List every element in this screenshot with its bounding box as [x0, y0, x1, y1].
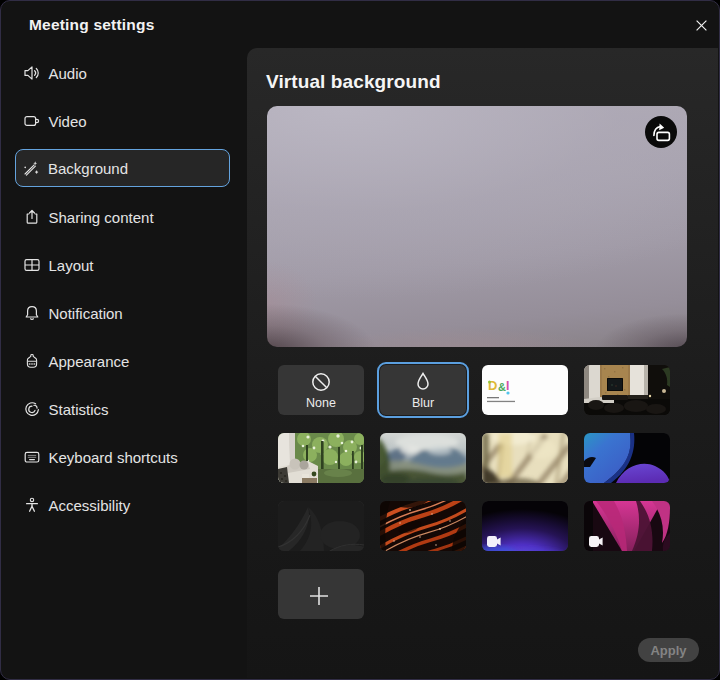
- svg-text:&: &: [498, 381, 506, 393]
- svg-text:I: I: [506, 379, 509, 393]
- svg-text:D: D: [488, 378, 497, 393]
